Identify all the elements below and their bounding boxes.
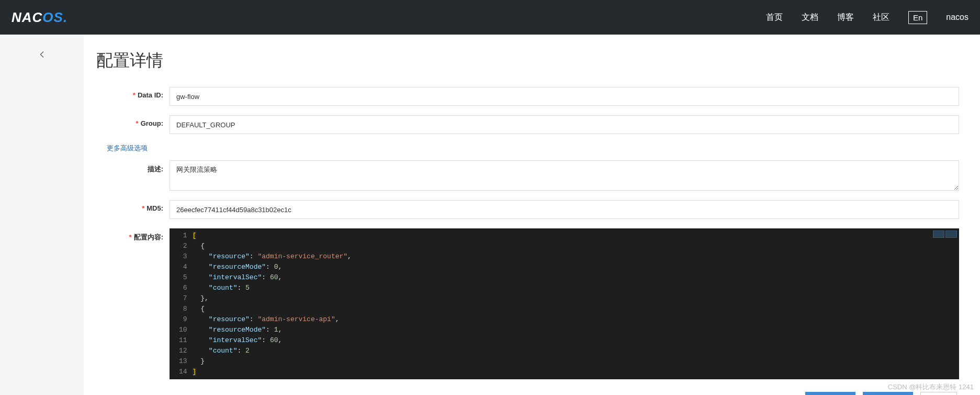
required-star: * [129,233,132,241]
watermark: CSDN @科比布来恩特 1241 [888,382,974,392]
editor-tool-icon[interactable] [933,231,944,238]
back-button[interactable]: 返回 [920,392,957,395]
description-textarea[interactable] [170,160,959,191]
logo-text-2: OS [42,9,63,25]
top-nav: NACOS. 首页 文档 博客 社区 En nacos [0,0,980,35]
language-toggle[interactable]: En [908,11,927,24]
nav-blog[interactable]: 博客 [837,12,854,23]
label-data-id: *Data ID: [96,87,170,99]
label-md5: *MD5: [96,200,170,212]
code-body: [ { "resource": "admin-service_router", … [193,228,959,379]
back-chevron-icon[interactable] [37,49,47,60]
md5-input[interactable] [170,200,959,219]
data-id-input[interactable] [170,87,959,106]
nav-links: 首页 文档 博客 社区 En nacos [766,11,968,24]
editor-toolbar [933,231,957,238]
nav-docs[interactable]: 文档 [802,12,818,23]
group-input[interactable] [170,115,959,134]
row-description: 描述: [96,160,959,191]
logo: NACOS. [12,9,67,26]
content: 配置详情 *Data ID: *Group: 更多高级选项 描述: *MD5: [84,35,980,395]
row-group: *Group: [96,115,959,134]
logo-dot: . [63,9,67,25]
config-compare-button[interactable]: 配置对比 [805,392,855,395]
nav-community[interactable]: 社区 [873,12,889,23]
label-content: *配置内容: [96,228,170,242]
row-md5: *MD5: [96,200,959,219]
required-star: * [142,204,144,212]
page-title: 配置详情 [96,49,959,72]
nav-product[interactable]: nacos [946,13,968,22]
required-star: * [136,119,139,127]
label-group: *Group: [96,115,170,127]
version-compare-button[interactable]: 版本对比 [863,392,913,395]
code-editor[interactable]: 1234567891011121314 [ { "resource": "adm… [170,228,959,379]
row-content: *配置内容: 1234567891011121314 [ { "resource… [96,228,959,379]
label-description: 描述: [96,160,170,174]
sidebar [0,35,84,395]
required-star: * [133,91,136,99]
line-gutter: 1234567891011121314 [170,228,193,379]
logo-text-1: NAC [12,9,42,25]
nav-home[interactable]: 首页 [766,12,783,23]
main-area: 配置详情 *Data ID: *Group: 更多高级选项 描述: *MD5: [0,35,980,395]
editor-tool-icon[interactable] [945,231,957,238]
row-data-id: *Data ID: [96,87,959,106]
button-row: 配置对比 版本对比 返回 [96,392,959,395]
more-options-link[interactable]: 更多高级选项 [107,144,148,153]
